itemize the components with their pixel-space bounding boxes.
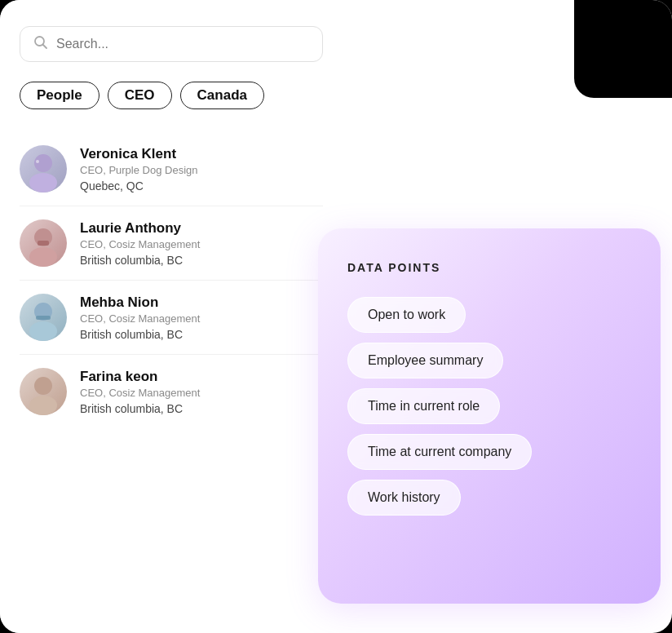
- list-item[interactable]: Mehba Nion CEO, Cosiz Management British…: [20, 281, 323, 355]
- filter-chip-canada[interactable]: Canada: [180, 82, 264, 109]
- data-chip-employee-summary[interactable]: Employee summary: [347, 343, 503, 378]
- person-location: Quebec, QC: [80, 179, 198, 193]
- svg-rect-10: [36, 316, 51, 320]
- svg-point-2: [34, 154, 52, 172]
- person-name: Veronica Klent: [80, 146, 198, 162]
- filter-chip-people[interactable]: People: [20, 82, 99, 109]
- search-bar[interactable]: [20, 26, 323, 62]
- list-item[interactable]: Laurie Anthony CEO, Cosiz Management Bri…: [20, 206, 323, 281]
- data-point-chips: Open to work Employee summary Time in cu…: [347, 297, 631, 516]
- person-location: British columbia, BC: [80, 328, 200, 341]
- filter-chips: People CEO Canada: [20, 82, 323, 109]
- svg-point-6: [29, 247, 57, 267]
- person-name: Laurie Anthony: [80, 220, 200, 237]
- people-list: Veronica Klent CEO, Purple Dog Design Qu…: [20, 132, 323, 428]
- svg-point-9: [29, 321, 57, 341]
- search-input[interactable]: [56, 37, 309, 51]
- svg-point-3: [29, 173, 57, 193]
- person-info: Veronica Klent CEO, Purple Dog Design Qu…: [80, 146, 198, 193]
- person-role: CEO, Cosiz Management: [80, 312, 200, 325]
- search-icon: [33, 35, 48, 53]
- person-name: Mehba Nion: [80, 294, 200, 311]
- person-location: British columbia, BC: [80, 402, 200, 415]
- svg-point-12: [29, 396, 57, 415]
- svg-point-4: [36, 160, 39, 163]
- person-info: Laurie Anthony CEO, Cosiz Management Bri…: [80, 220, 200, 267]
- data-points-title: DATA POINTS: [347, 261, 631, 274]
- person-name: Farina keon: [80, 369, 200, 385]
- filter-chip-ceo[interactable]: CEO: [108, 82, 172, 109]
- avatar: [20, 368, 67, 415]
- person-info: Farina keon CEO, Cosiz Management Britis…: [80, 369, 200, 415]
- avatar: [20, 219, 67, 267]
- data-chip-open-to-work[interactable]: Open to work: [347, 297, 466, 333]
- list-item[interactable]: Veronica Klent CEO, Purple Dog Design Qu…: [20, 132, 323, 206]
- corner-decoration: [574, 0, 672, 98]
- data-chip-time-in-current-role[interactable]: Time in current role: [347, 388, 500, 424]
- person-info: Mehba Nion CEO, Cosiz Management British…: [80, 294, 200, 341]
- person-location: British columbia, BC: [80, 254, 200, 267]
- data-points-panel: DATA POINTS Open to work Employee summar…: [318, 228, 661, 604]
- main-container: People CEO Canada Veronica Klent CEO, Pu…: [0, 0, 672, 633]
- svg-point-11: [34, 377, 52, 395]
- data-chip-work-history[interactable]: Work history: [347, 480, 461, 516]
- person-role: CEO, Purple Dog Design: [80, 164, 198, 176]
- avatar: [20, 294, 67, 341]
- avatar: [20, 145, 67, 193]
- svg-rect-7: [38, 241, 49, 246]
- left-panel: People CEO Canada Veronica Klent CEO, Pu…: [0, 0, 343, 633]
- svg-line-1: [43, 45, 47, 49]
- data-chip-time-at-current-company[interactable]: Time at current company: [347, 434, 532, 470]
- person-role: CEO, Cosiz Management: [80, 238, 200, 250]
- list-item[interactable]: Farina keon CEO, Cosiz Management Britis…: [20, 355, 323, 428]
- person-role: CEO, Cosiz Management: [80, 387, 200, 399]
